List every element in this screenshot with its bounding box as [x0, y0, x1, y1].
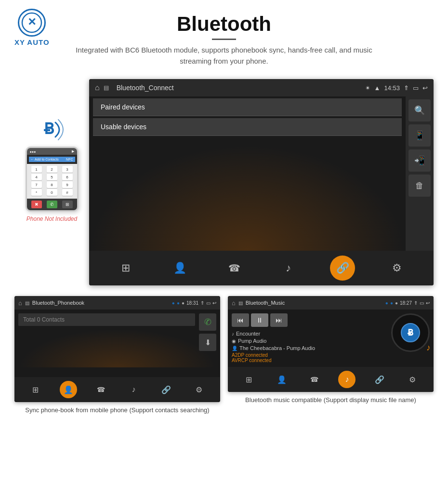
- music-note-decor: ♪: [426, 343, 431, 353]
- signal-icon: ▲: [374, 84, 381, 92]
- track-2: ◉ Pump Audio: [232, 338, 387, 344]
- music-status-bar: ⌂ ▤ Bluetooth_Music ●●● 18:27 ⇑▭↩: [228, 296, 434, 310]
- logo-circle: ✕: [18, 9, 46, 37]
- forward-button[interactable]: ⏭: [270, 313, 288, 327]
- car-screen-nav-icon: ▤: [104, 84, 109, 91]
- bluetooth-vinyl-icon: Ƀ: [401, 323, 420, 342]
- settings-button[interactable]: ⚙: [384, 256, 409, 281]
- a2dp-status: A2DP connected: [232, 352, 387, 358]
- mus-link-btn[interactable]: 🔗: [371, 371, 388, 388]
- back-icon: ↩: [422, 84, 428, 92]
- expand-icon: ⇑: [404, 84, 409, 92]
- phone-top-bar: ●●●▶: [27, 148, 77, 155]
- transport-controls: ⏮ ⏸ ⏭: [232, 313, 387, 327]
- mus-grid-btn[interactable]: ⊞: [240, 371, 258, 388]
- mus-home-icon: ⌂: [232, 299, 236, 307]
- play-pause-button[interactable]: ⏸: [251, 313, 268, 327]
- phone-action-bar: ✖ ✆ ⊞: [27, 199, 77, 210]
- list-item-paired[interactable]: Paired devices: [93, 98, 402, 116]
- phonebook-item: ⌂ ▤ Bluetooth_Phonebook ●●● 18:31 ⇑▭↩ To…: [14, 296, 220, 415]
- pb-home-icon: ⌂: [18, 299, 22, 307]
- call-action-btn[interactable]: ✆: [199, 313, 216, 331]
- pb-nav-icon: ▤: [25, 300, 29, 306]
- link-button[interactable]: 🔗: [330, 256, 355, 281]
- home-icon: ⌂: [95, 83, 100, 92]
- search-button[interactable]: 🔍: [408, 99, 431, 121]
- pb-contacts-btn[interactable]: 👤: [60, 381, 77, 398]
- car-screen-title: Bluetooth_Connect: [117, 84, 361, 92]
- bluetooth-wave: Ƀ: [35, 113, 69, 147]
- music-title: Bluetooth_Music: [246, 300, 382, 306]
- page-header: ✕ XY AUTO Bluetooth Integrated with BC6 …: [0, 0, 448, 79]
- car-sidebar-buttons: 🔍 📱 📲 🗑: [406, 96, 434, 251]
- pb-status-right: ●●● 18:31 ⇑▭↩: [172, 300, 216, 306]
- logo-area: ✕ XY AUTO: [14, 9, 50, 46]
- car-main-screen: ⌂ ▤ Bluetooth_Connect ✴ ▲ 14:53 ⇑ ▭ ↩ Pa…: [89, 79, 434, 285]
- phone-not-included-label: Phone Not Included: [26, 216, 77, 222]
- pb-time: 18:31: [186, 300, 198, 306]
- window-icon: ▭: [413, 84, 419, 92]
- pb-grid-btn[interactable]: ⊞: [27, 381, 44, 398]
- phonebook-caption: Sync phone-book from mobile phone (Suppo…: [25, 406, 209, 415]
- mus-status-right: ●●● 18:27 ⇑▭↩: [385, 300, 430, 306]
- music-controls: ⏮ ⏸ ⏭ ♪ Encounter ◉ Pump Audio 👤 The: [232, 313, 387, 363]
- phonebook-screen: ⌂ ▤ Bluetooth_Phonebook ●●● 18:31 ⇑▭↩ To…: [14, 296, 220, 402]
- logo-text: XY AUTO: [14, 38, 50, 46]
- music-button[interactable]: ♪: [276, 256, 301, 281]
- phone-screen: ← Add to ContactsNFC: [27, 155, 77, 164]
- mus-music-btn[interactable]: ♪: [338, 371, 356, 388]
- phone-signal-button[interactable]: 📱: [408, 124, 431, 147]
- contacts-button[interactable]: 👤: [168, 256, 193, 281]
- rewind-button[interactable]: ⏮: [232, 313, 249, 327]
- mus-contacts-btn[interactable]: 👤: [273, 371, 290, 388]
- mus-call-btn[interactable]: ☎: [306, 371, 323, 388]
- music-main: ⏮ ⏸ ⏭ ♪ Encounter ◉ Pump Audio 👤 The: [228, 310, 434, 367]
- vinyl-record: Ƀ ♪: [391, 313, 430, 352]
- note-icon-1: ♪: [232, 331, 234, 337]
- pb-settings-btn[interactable]: ⚙: [190, 381, 208, 398]
- car-main-area: Paired devices Usable devices 🔍 📱 📲 🗑: [89, 96, 434, 251]
- phone-screen-header: ← Add to ContactsNFC: [29, 157, 75, 162]
- phonebook-main: Total 0 Contacts ✆ ⬇: [14, 310, 220, 377]
- main-section: Ƀ ●●●▶ ← Add to ContactsNFC 1 2 3 4: [0, 79, 448, 290]
- svg-text:✕: ✕: [27, 16, 36, 28]
- page-title: Bluetooth: [177, 13, 271, 36]
- music-item: ⌂ ▤ Bluetooth_Music ●●● 18:27 ⇑▭↩ ⏮ ⏸ ⏭: [228, 296, 434, 415]
- avrcp-status: AVRCP connected: [232, 358, 387, 363]
- phone-mockup: ●●●▶ ← Add to ContactsNFC 1 2 3 4 5 6: [26, 147, 79, 212]
- bg-decor: [89, 145, 406, 251]
- title-underline: [212, 39, 236, 40]
- mus-nav-icon: ▤: [238, 300, 243, 306]
- music-screen: ⌂ ▤ Bluetooth_Music ●●● 18:27 ⇑▭↩ ⏮ ⏸ ⏭: [228, 296, 434, 392]
- time-display: 14:53: [384, 84, 400, 92]
- phonebook-status-bar: ⌂ ▤ Bluetooth_Phonebook ●●● 18:31 ⇑▭↩: [14, 296, 220, 310]
- delete-button[interactable]: 🗑: [408, 175, 431, 197]
- album-icon: ◉: [232, 338, 236, 344]
- bt-icon: ✴: [365, 84, 370, 92]
- mus-settings-btn[interactable]: ⚙: [404, 371, 421, 388]
- car-list-area: Paired devices Usable devices: [89, 96, 406, 251]
- call-button[interactable]: ☎: [222, 256, 247, 281]
- car-status-bar: ⌂ ▤ Bluetooth_Connect ✴ ▲ 14:53 ⇑ ▭ ↩: [89, 79, 434, 96]
- pb-call-btn[interactable]: ☎: [92, 381, 110, 398]
- phone-side: Ƀ ●●●▶ ← Add to ContactsNFC 1 2 3 4: [14, 79, 89, 222]
- pb-action-buttons: ✆ ⬇: [199, 313, 216, 351]
- car-status-right: ✴ ▲ 14:53 ⇑ ▭ ↩: [365, 84, 428, 92]
- list-item-usable[interactable]: Usable devices: [93, 118, 402, 136]
- phone-keypad: 1 2 3 4 5 6 7 8 9 * 0 #: [27, 164, 77, 199]
- grid-button[interactable]: ⊞: [113, 256, 138, 281]
- page-subtitle: Integrated with BC6 Bluetooth module, su…: [60, 45, 388, 67]
- track-3: 👤 The Cheebacabra - Pump Audio: [232, 345, 387, 351]
- artist-icon: 👤: [232, 346, 237, 351]
- mus-time: 18:27: [400, 300, 412, 306]
- pb-music-btn[interactable]: ♪: [125, 381, 142, 398]
- phonebook-title: Bluetooth_Phonebook: [32, 300, 169, 306]
- download-action-btn[interactable]: ⬇: [199, 334, 216, 351]
- svg-text:Ƀ: Ƀ: [44, 120, 54, 137]
- track-1: ♪ Encounter: [232, 331, 387, 337]
- pb-link-btn[interactable]: 🔗: [158, 381, 175, 398]
- car-bottom-bar: ⊞ 👤 ☎ ♪ 🔗 ⚙: [89, 251, 434, 285]
- phone-settings-button[interactable]: 📲: [408, 149, 431, 172]
- contacts-search-box[interactable]: Total 0 Contacts: [18, 313, 195, 326]
- pb-bottom-bar: ⊞ 👤 ☎ ♪ 🔗 ⚙: [14, 377, 220, 402]
